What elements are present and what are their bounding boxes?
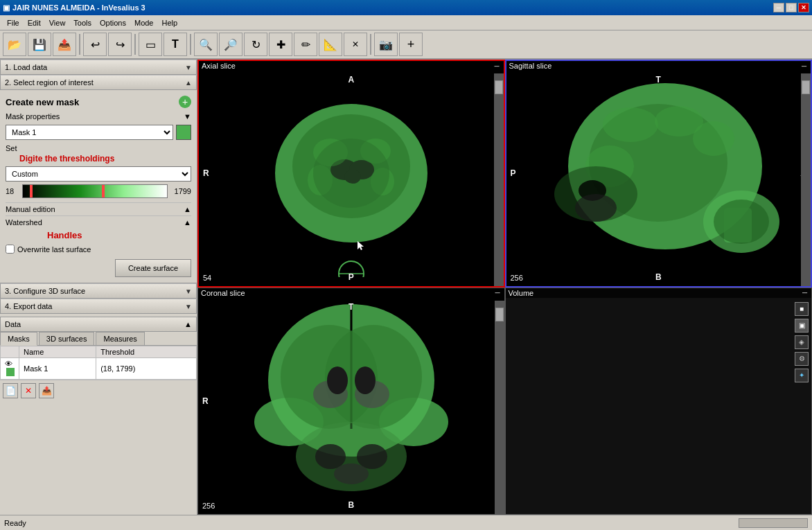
sagittal-title: Sagittal slice — [509, 62, 552, 70]
overwrite-checkbox[interactable] — [6, 245, 15, 254]
menu-help[interactable]: Help — [158, 17, 182, 28]
section3-header[interactable]: 3. Configure 3D surface ▼ — [0, 283, 197, 299]
create-surface-button[interactable]: Create surface — [115, 259, 191, 277]
watershed-label: Watershed — [6, 218, 42, 227]
menu-view[interactable]: View — [45, 17, 70, 28]
axial-brain-svg — [247, 69, 455, 277]
vol-icon-1[interactable]: ■ — [795, 302, 809, 316]
minimize-button[interactable]: ─ — [773, 3, 784, 12]
table-row[interactable]: 👁 Mask 1 (18, 1799) — [1, 358, 197, 380]
svg-point-35 — [327, 366, 348, 394]
svg-point-39 — [357, 444, 387, 469]
vol-icon-2[interactable]: ▣ — [795, 319, 809, 333]
manual-edition-row[interactable]: Manual edition ▲ — [6, 202, 191, 215]
tab-masks[interactable]: Masks — [0, 332, 37, 346]
mask-name-select[interactable]: Mask 1 — [6, 125, 173, 140]
screenshot-button[interactable]: 📷 — [374, 33, 398, 56]
zoom-out-button[interactable]: 🔎 — [219, 33, 242, 56]
sagittal-brain-svg — [527, 69, 790, 277]
cell-threshold: (18, 1799) — [96, 358, 197, 380]
volume-title: Volume — [509, 289, 534, 297]
redo-button[interactable]: ↪ — [108, 33, 132, 56]
menu-file[interactable]: File — [3, 17, 24, 28]
tab-3d-surfaces[interactable]: 3D surfaces — [39, 332, 95, 345]
eraser-button[interactable]: ✕ — [344, 33, 367, 56]
title-bar-left: ▣ JAIR NUNES ALMEIDA - InVesalius 3 — [3, 3, 145, 12]
volume-minimize-button[interactable]: ─ — [801, 289, 809, 297]
add-mask-button[interactable]: + — [179, 96, 191, 108]
export-mask-action-button[interactable]: 📤 — [39, 383, 54, 398]
threshold-left-handle[interactable] — [30, 185, 33, 197]
maximize-button[interactable]: □ — [786, 3, 797, 12]
create-mask-section: Create new mask + Mask properties ▼ Mask… — [0, 90, 197, 283]
coronal-minimize-button[interactable]: ─ — [493, 289, 501, 297]
menu-tools[interactable]: Tools — [69, 17, 96, 28]
tab-measures[interactable]: Measures — [96, 332, 144, 345]
svg-point-18 — [603, 107, 658, 142]
cell-mask-name: Mask 1 — [19, 358, 96, 380]
manual-edition-arrow: ▲ — [184, 205, 191, 213]
vol-icon-3[interactable]: ◈ — [795, 335, 809, 349]
add-view-button[interactable]: + — [399, 33, 423, 56]
data-section-header[interactable]: Data ▲ — [0, 317, 197, 332]
sagittal-canvas[interactable]: T B P A 256 — [506, 61, 811, 286]
vol-icon-4[interactable]: ⚙ — [795, 352, 809, 366]
sagittal-orient-left: P — [511, 168, 516, 178]
coronal-canvas[interactable]: T B R L 256 — [198, 288, 504, 515]
volume-icons: ■ ▣ ◈ ⚙ ✦ — [795, 302, 809, 382]
close-button[interactable]: ✕ — [798, 3, 809, 12]
cell-eye[interactable]: 👁 — [1, 358, 19, 380]
threshold-type-select[interactable]: Custom Bone Soft Tissue Air — [6, 166, 191, 182]
menu-bar: File Edit View Tools Options Mode Help — [0, 15, 812, 30]
section1-header[interactable]: 1. Load data ▼ — [0, 60, 197, 75]
menu-mode[interactable]: Mode — [130, 17, 158, 28]
col-name: Name — [19, 346, 96, 358]
masks-table: Name Threshold 👁 Mask 1 (18, 1799) — [0, 346, 197, 380]
rectangle-button[interactable]: ▭ — [139, 33, 162, 56]
section2-header[interactable]: 2. Select region of interest ▲ — [0, 75, 197, 90]
threshold-right-handle[interactable] — [102, 185, 105, 197]
data-section-label: Data — [5, 320, 21, 328]
add-mask-action-button[interactable]: 📄 — [3, 383, 18, 398]
menu-edit[interactable]: Edit — [24, 17, 45, 28]
zoom-in-button[interactable]: 🔍 — [194, 33, 218, 56]
axial-canvas[interactable]: A P R L 54 — [199, 61, 504, 286]
measure-button[interactable]: 📐 — [319, 33, 342, 56]
axial-scroll-thumb[interactable] — [495, 80, 503, 94]
open-folder-button[interactable]: 📂 — [3, 33, 26, 56]
vol-icon-5[interactable]: ✦ — [795, 369, 809, 382]
volume-canvas[interactable]: ■ ▣ ◈ ⚙ ✦ — [506, 288, 812, 515]
pencil-button[interactable]: ✏ — [294, 33, 317, 56]
coronal-scroll-thumb[interactable] — [495, 308, 504, 321]
axial-slice-number: 54 — [203, 274, 211, 282]
volume-view-panel: Volume ─ ■ ▣ ◈ ⚙ ✦ — [505, 288, 813, 515]
rotate-button[interactable]: ↻ — [244, 33, 267, 56]
svg-point-24 — [575, 194, 617, 222]
text-button[interactable]: T — [164, 33, 187, 56]
section4-label: 4. Export data — [5, 302, 53, 310]
mask-select-row: Mask 1 — [6, 125, 191, 140]
cross-button[interactable]: ✚ — [269, 33, 292, 56]
sagittal-scroll-thumb[interactable] — [802, 80, 810, 94]
sagittal-minimize-button[interactable]: ─ — [800, 62, 808, 70]
axial-title: Axial slice — [202, 62, 236, 70]
threshold-slider[interactable] — [22, 184, 168, 198]
export-button[interactable]: 📤 — [53, 33, 76, 56]
data-actions: 📄 ✕ 📤 — [0, 380, 197, 401]
create-mask-title: Create new mask — [6, 97, 79, 107]
axial-scrollbar[interactable] — [494, 73, 504, 286]
svg-point-10 — [313, 139, 389, 208]
coronal-scrollbar[interactable] — [495, 301, 504, 515]
app-title: JAIR NUNES ALMEIDA - InVesalius 3 — [12, 3, 145, 12]
save-button[interactable]: 💾 — [28, 33, 51, 56]
undo-button[interactable]: ↩ — [83, 33, 107, 56]
section4-header[interactable]: 4. Export data ▼ — [0, 299, 197, 314]
title-bar-buttons[interactable]: ─ □ ✕ — [773, 3, 809, 12]
menu-options[interactable]: Options — [96, 17, 130, 28]
cursor-indicator — [358, 241, 364, 248]
watershed-row[interactable]: Watershed ▲ — [6, 215, 191, 229]
mask-color-button[interactable] — [176, 125, 191, 140]
delete-mask-action-button[interactable]: ✕ — [21, 383, 36, 398]
axial-minimize-button[interactable]: ─ — [493, 62, 500, 70]
sagittal-scrollbar[interactable] — [801, 73, 811, 286]
